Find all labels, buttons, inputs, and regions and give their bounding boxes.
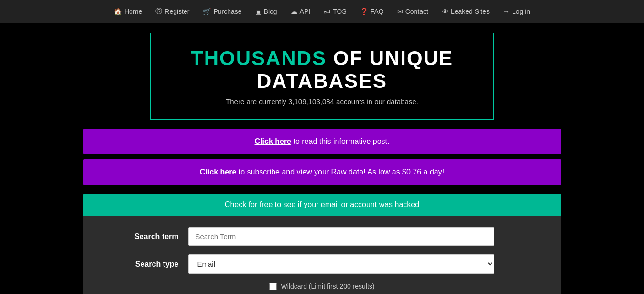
nav-leaked-sites[interactable]: 👁 Leaked Sites <box>436 5 495 18</box>
banner-informative: Click here to read this informative post… <box>83 129 561 154</box>
banner2-link[interactable]: Click here to subscribe and view your Ra… <box>200 168 444 176</box>
blog-icon: ▣ <box>255 8 262 15</box>
main-nav: 🏠 Home Ⓡ Register 🛒 Purchase ▣ Blog ☁ AP… <box>0 0 644 23</box>
search-section: Check for free to see if your email or a… <box>83 194 561 294</box>
banner-subscribe: Click here to subscribe and view your Ra… <box>83 159 561 185</box>
wildcard-row: Wildcard (Limit first 200 results) <box>102 283 542 290</box>
nav-contact[interactable]: ✉ Contact <box>392 5 434 18</box>
search-type-select[interactable]: Email Username Password IP Address Domai… <box>188 254 494 274</box>
home-icon: 🏠 <box>114 8 122 15</box>
mail-icon: ✉ <box>397 8 403 15</box>
nav-faq[interactable]: ❓ FAQ <box>354 5 390 18</box>
main-content: THOUSANDS OF UNIQUE DATABASES There are … <box>0 23 644 294</box>
faq-icon: ❓ <box>360 8 368 15</box>
nav-register[interactable]: Ⓡ Register <box>150 4 195 19</box>
search-term-row: Search term <box>102 227 542 246</box>
search-term-label: Search term <box>102 232 188 241</box>
search-type-label: Search type <box>102 260 188 269</box>
hero-title: THOUSANDS OF UNIQUE DATABASES <box>161 47 484 93</box>
hero-title-highlight: THOUSANDS <box>191 47 327 69</box>
tag-icon: 🏷 <box>324 8 330 15</box>
search-body: Search term Search type Email Username P… <box>83 216 561 294</box>
wildcard-checkbox[interactable] <box>269 283 277 290</box>
cart-icon: 🛒 <box>203 8 211 15</box>
nav-tos[interactable]: 🏷 TOS <box>318 5 352 18</box>
hero-box: THOUSANDS OF UNIQUE DATABASES There are … <box>150 33 494 120</box>
search-type-row: Search type Email Username Password IP A… <box>102 254 542 274</box>
banner1-link[interactable]: Click here to read this informative post… <box>255 137 390 145</box>
register-icon: Ⓡ <box>155 7 162 16</box>
hero-subtitle: There are currently 3,109,103,084 accoun… <box>161 98 484 106</box>
search-header: Check for free to see if your email or a… <box>83 194 561 216</box>
nav-login[interactable]: → Log in <box>497 5 536 18</box>
wildcard-label: Wildcard (Limit first 200 results) <box>281 283 374 290</box>
search-input[interactable] <box>188 227 494 246</box>
nav-purchase[interactable]: 🛒 Purchase <box>197 5 247 18</box>
nav-home[interactable]: 🏠 Home <box>108 5 148 18</box>
nav-api[interactable]: ☁ API <box>285 5 317 18</box>
eye-icon: 👁 <box>442 8 448 15</box>
cloud-icon: ☁ <box>291 8 297 15</box>
login-icon: → <box>503 8 510 15</box>
nav-blog[interactable]: ▣ Blog <box>250 5 283 18</box>
